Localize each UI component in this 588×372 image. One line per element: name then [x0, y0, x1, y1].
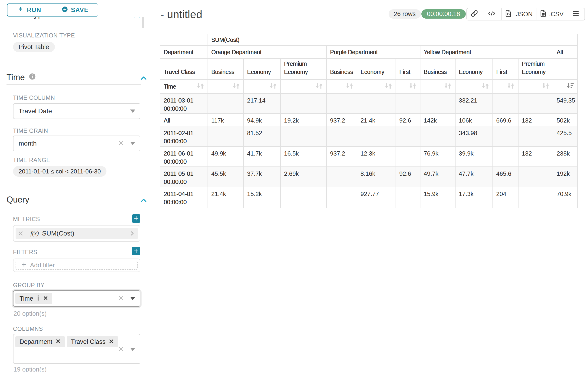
sort-icon[interactable]	[507, 82, 515, 91]
pivot-cell	[396, 126, 420, 147]
pivot-cell	[326, 187, 357, 208]
pivot-class-header	[553, 59, 578, 80]
chart-title[interactable]: - untitled	[160, 8, 202, 21]
share-link-button[interactable]	[467, 8, 482, 20]
remove-tag-icon[interactable]	[55, 338, 61, 345]
hamburger-menu-icon	[572, 11, 579, 18]
group-by-select[interactable]: Time	[13, 290, 140, 307]
pivot-table-container: SUM(Cost)DepartmentOrange DepartmentPurp…	[160, 34, 578, 208]
sort-icon[interactable]	[542, 82, 550, 91]
pivot-cell: 2.69k	[281, 167, 326, 187]
sort-icon[interactable]	[269, 82, 277, 91]
sort-icon[interactable]	[409, 82, 417, 91]
pivot-cell: 15.2k	[243, 187, 281, 208]
run-button[interactable]: RUN	[7, 4, 52, 16]
pivot-cell: 76.9k	[420, 147, 455, 167]
sort-icon[interactable]	[196, 82, 204, 91]
time-section-header: Time	[7, 73, 36, 82]
pivot-cell	[326, 126, 357, 147]
columns-tag-department[interactable]: Department	[15, 336, 65, 347]
pivot-cell: 927.77	[357, 187, 396, 208]
pivot-row-label: All	[160, 114, 208, 126]
pivot-cell: 16.5k	[281, 147, 326, 167]
divider	[7, 208, 141, 208]
visualization-type-value[interactable]: Pivot Table	[13, 42, 55, 52]
sort-icon[interactable]	[481, 82, 489, 91]
query-timer-badge: 00:00:00.18	[421, 9, 466, 19]
pivot-cell: 19.2k	[281, 114, 326, 126]
group-by-options-hint: 20 option(s)	[13, 310, 47, 317]
pivot-sort-header	[208, 80, 243, 93]
sort-icon[interactable]	[315, 82, 323, 91]
time-grain-select[interactable]: month	[13, 136, 140, 151]
clear-icon[interactable]	[118, 140, 124, 147]
lightning-bolt-icon	[18, 6, 24, 14]
chevron-right-icon[interactable]	[126, 228, 138, 239]
pivot-metric-header: SUM(Cost)	[208, 34, 578, 46]
pivot-class-header: Premium Economy	[518, 59, 553, 80]
sort-icon[interactable]	[346, 82, 354, 91]
control-panel-sidebar: Chart Type RUN SAVE VISUALIZATION TYPE P…	[0, 0, 149, 372]
menu-button[interactable]	[567, 8, 585, 20]
pivot-cell	[518, 93, 553, 114]
time-column-label: TIME COLUMN	[13, 94, 55, 101]
filters-control: Add filter	[13, 258, 140, 272]
query-section-title: Query	[7, 195, 29, 205]
link-icon	[471, 10, 478, 19]
clear-icon[interactable]	[118, 295, 124, 302]
sort-icon[interactable]	[384, 82, 392, 91]
pivot-cell	[493, 147, 518, 167]
time-grain-value: month	[13, 140, 37, 147]
chevron-up-icon[interactable]	[140, 73, 147, 82]
pivot-cell: 343.98	[455, 126, 493, 147]
pivot-row-label: 2011-04-01 00:00:00	[160, 187, 208, 208]
remove-tag-icon[interactable]	[109, 338, 114, 345]
pivot-cell	[357, 93, 396, 114]
save-button[interactable]: SAVE	[52, 4, 98, 16]
metrics-label: METRICS	[13, 216, 40, 223]
sort-icon[interactable]	[444, 82, 452, 91]
chevron-up-icon[interactable]	[140, 195, 147, 205]
pivot-cell: 92.6	[396, 167, 420, 187]
code-icon	[488, 10, 496, 19]
pivot-group-header: Yellow Department	[420, 46, 553, 59]
add-filter-button[interactable]: Add filter	[16, 261, 138, 270]
save-button-label: SAVE	[71, 7, 89, 14]
columns-tag-travel-class[interactable]: Travel Class	[67, 336, 118, 347]
clear-icon[interactable]	[118, 346, 124, 353]
pivot-cell	[518, 187, 553, 208]
row-count-badge: 26 rows	[388, 9, 421, 19]
pivot-cell: 8.16k	[357, 167, 396, 187]
info-icon[interactable]	[29, 73, 36, 82]
metric-item[interactable]: f(x) SUM(Cost)	[16, 228, 138, 239]
pivot-cell	[420, 126, 455, 147]
time-range-value[interactable]: 2011-01-01 ≤ col < 2011-06-30	[13, 166, 106, 177]
sort-icon[interactable]	[232, 82, 240, 91]
metrics-control: f(x) SUM(Cost)	[13, 225, 140, 242]
export-json-button[interactable]: .JSON	[502, 8, 536, 20]
pivot-sort-header	[243, 80, 281, 93]
sort-descending-icon[interactable]	[566, 82, 574, 91]
export-csv-button[interactable]: .CSV	[536, 8, 567, 20]
pivot-cell: 81.52	[243, 126, 281, 147]
pivot-cell: 47.7k	[455, 167, 493, 187]
view-query-button[interactable]	[482, 8, 502, 20]
add-metric-button[interactable]	[132, 214, 140, 223]
pivot-cell: 142k	[420, 114, 455, 126]
time-range-label: TIME RANGE	[13, 157, 51, 163]
group-by-tag-time[interactable]: Time	[15, 293, 52, 304]
pivot-cell: 217.14	[243, 93, 281, 114]
pivot-cell: 425.5	[553, 126, 578, 147]
pivot-class-header: Premium Economy	[281, 59, 326, 80]
pivot-cell: 21.4k	[208, 187, 243, 208]
remove-tag-icon[interactable]	[43, 295, 48, 302]
add-filter-plus-button[interactable]	[132, 247, 140, 255]
remove-metric-icon[interactable]	[16, 228, 26, 239]
pivot-cell: 117k	[208, 114, 243, 126]
time-column-select[interactable]: Travel Date	[13, 103, 140, 119]
pivot-cell	[518, 126, 553, 147]
pivot-class-header: Economy	[357, 59, 396, 80]
columns-select[interactable]: Department Travel Class	[13, 334, 140, 364]
pivot-cell: 70.9k	[553, 187, 578, 208]
pivot-cell	[493, 93, 518, 114]
